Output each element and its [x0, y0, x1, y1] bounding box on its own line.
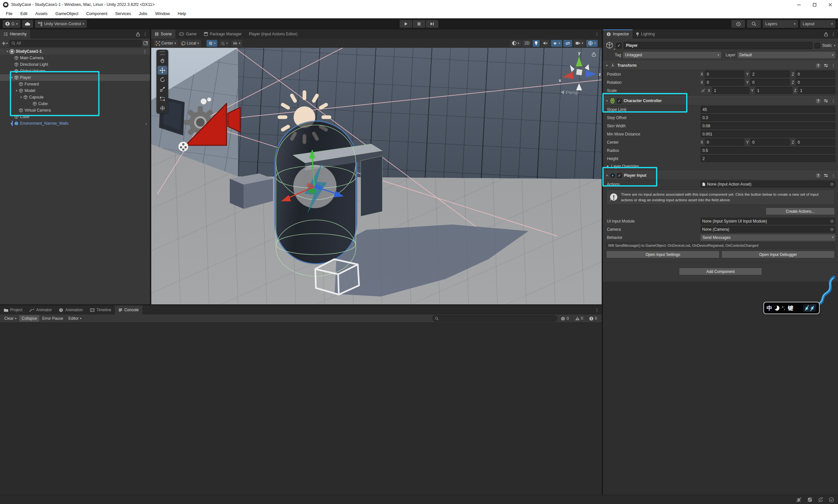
- console-info-count[interactable]: 0: [558, 315, 572, 322]
- layout-dropdown[interactable]: Layout ▾: [800, 20, 835, 28]
- transform-header[interactable]: ▼ Transform ? ⋮: [603, 61, 838, 70]
- camera-object-field[interactable]: None (Camera) ⊙: [700, 226, 835, 233]
- persp-arrow-icon[interactable]: [561, 90, 564, 94]
- add-gameobject-button[interactable]: ▾: [2, 41, 8, 45]
- version-control-dropdown[interactable]: Unity Version Control ▾: [35, 20, 87, 28]
- tree-item[interactable]: Virtual Camera: [0, 107, 150, 113]
- center-x-field[interactable]: 0: [705, 139, 744, 146]
- tab-timeline[interactable]: Timeline: [86, 305, 115, 314]
- tree-item[interactable]: Cube: [0, 101, 150, 107]
- object-picker-icon[interactable]: ⊙: [830, 182, 834, 186]
- step-button[interactable]: [426, 20, 438, 28]
- transform-tool[interactable]: [158, 104, 167, 112]
- gameobject-active-checkbox[interactable]: ✓: [616, 43, 622, 49]
- tree-item-prefab[interactable]: ▶ Environment_Narrow_Walls ›: [0, 120, 150, 127]
- player-input-header[interactable]: ▼ ✓ Player Input ? ⋮: [603, 171, 838, 180]
- tree-item-scene[interactable]: ▼ StudyCase1-1 ⋮: [0, 48, 150, 55]
- ime-punctuation-mode[interactable]: °,: [782, 305, 786, 310]
- menu-assets[interactable]: Assets: [32, 12, 52, 16]
- view-hand-tool[interactable]: [158, 56, 167, 65]
- tab-package-manager[interactable]: Package Manager: [200, 30, 245, 39]
- static-checkbox[interactable]: [815, 43, 820, 49]
- component-menu-icon[interactable]: ⋮: [831, 64, 835, 68]
- menu-services[interactable]: Services: [111, 12, 135, 16]
- tab-input-actions-editor[interactable]: Player (Input Actions Editor): [245, 30, 301, 39]
- maximize-button[interactable]: [806, 0, 822, 9]
- menu-edit[interactable]: Edit: [16, 12, 32, 16]
- tree-item[interactable]: Cube: [0, 113, 150, 120]
- axis-cone-back[interactable]: [570, 65, 574, 72]
- menu-help[interactable]: Help: [174, 12, 190, 16]
- panel-menu-icon[interactable]: ⋮: [595, 32, 599, 36]
- min-move-distance-field[interactable]: 0.001: [700, 130, 835, 138]
- view-lock-icon[interactable]: [592, 53, 595, 57]
- tab-inspector[interactable]: Inspector: [603, 30, 632, 39]
- tree-item[interactable]: ▼ Model: [0, 87, 150, 94]
- gameobject-name-field[interactable]: Player: [624, 42, 813, 49]
- object-picker-icon[interactable]: ⊙: [830, 227, 834, 232]
- menu-jobs[interactable]: Jobs: [135, 12, 151, 16]
- axis-cone-y[interactable]: [576, 56, 582, 67]
- shading-mode-dropdown[interactable]: ▾: [510, 40, 521, 47]
- axis-cone-back[interactable]: [585, 64, 589, 70]
- console-error-pause-toggle[interactable]: Error Pause: [40, 315, 66, 322]
- tree-item-player-selected[interactable]: ▼ Player: [0, 74, 150, 81]
- lock-icon[interactable]: [824, 32, 828, 36]
- preset-icon[interactable]: [824, 64, 828, 68]
- undo-history-button[interactable]: [731, 20, 745, 28]
- ime-skin-avatar[interactable]: [803, 304, 816, 312]
- scene-camera-dropdown[interactable]: ▾: [573, 40, 585, 47]
- console-log-area[interactable]: [0, 323, 602, 495]
- console-collapse-toggle[interactable]: Collapse: [19, 315, 39, 322]
- ime-status-bar[interactable]: 中 °, 键: [763, 302, 820, 314]
- hierarchy-search-input[interactable]: All: [10, 40, 142, 47]
- panel-menu-icon[interactable]: ⋮: [831, 32, 835, 36]
- tab-scene[interactable]: Scene: [151, 30, 176, 39]
- static-dropdown-caret-icon[interactable]: ▾: [834, 44, 835, 47]
- move-tool[interactable]: [158, 66, 167, 75]
- effects-dropdown[interactable]: ▾: [551, 40, 562, 47]
- position-x-field[interactable]: 0: [705, 71, 744, 77]
- tree-item[interactable]: Main Camera: [0, 55, 150, 61]
- open-input-settings-button[interactable]: Open Input Settings: [606, 251, 719, 258]
- layer-overrides-foldout[interactable]: ▶ Layer Overrides: [603, 163, 838, 169]
- foldout-icon[interactable]: ▼: [19, 96, 23, 99]
- foldout-icon[interactable]: ▼: [606, 64, 608, 67]
- account-dropdown[interactable]: G ▾: [3, 20, 20, 28]
- scale-tool[interactable]: [158, 85, 167, 94]
- layers-dropdown[interactable]: Layers ▾: [763, 20, 798, 28]
- behavior-dropdown[interactable]: Send Messages ▾: [700, 234, 835, 241]
- snap-settings-button[interactable]: ▾: [231, 40, 243, 47]
- foldout-icon[interactable]: ▼: [606, 174, 608, 177]
- panel-menu-icon[interactable]: ⋮: [143, 32, 147, 36]
- close-button[interactable]: [822, 0, 838, 9]
- import-activity-ok-icon[interactable]: [829, 497, 834, 502]
- scene-audio-toggle[interactable]: [541, 40, 550, 47]
- preset-icon[interactable]: [824, 174, 828, 177]
- lock-icon[interactable]: [136, 32, 140, 36]
- rotate-tool[interactable]: [158, 75, 167, 84]
- panel-menu-icon[interactable]: ⋮: [595, 308, 599, 312]
- debugger-disabled-icon[interactable]: [796, 497, 802, 502]
- center-y-field[interactable]: 0: [750, 139, 790, 146]
- scale-z-field[interactable]: 1: [798, 87, 835, 94]
- persp-label[interactable]: Persp: [566, 90, 578, 95]
- 2d-view-toggle[interactable]: 2D: [522, 40, 531, 47]
- add-component-button[interactable]: Add Component: [679, 268, 762, 275]
- foldout-icon[interactable]: ▶: [607, 165, 611, 167]
- step-offset-field[interactable]: 0.3: [700, 114, 835, 121]
- minimize-button[interactable]: [791, 0, 806, 9]
- prefab-open-arrow-icon[interactable]: ›: [145, 121, 150, 126]
- scene-viewport[interactable]: y x z Persp: [151, 48, 602, 304]
- slope-limit-field[interactable]: 45: [700, 106, 835, 113]
- component-menu-icon[interactable]: ⋮: [831, 174, 835, 178]
- tab-animator[interactable]: Animator: [26, 305, 55, 314]
- rect-tool[interactable]: [158, 94, 167, 103]
- position-z-field[interactable]: 0: [796, 71, 835, 77]
- console-error-count[interactable]: 0: [586, 315, 600, 322]
- tree-item[interactable]: Directional Light: [0, 61, 150, 68]
- ime-fullwidth-moon-icon[interactable]: [774, 306, 780, 310]
- scene-menu-icon[interactable]: ⋮: [143, 50, 150, 54]
- component-enabled-checkbox[interactable]: ✓: [617, 98, 622, 104]
- scene-picker-icon[interactable]: [143, 41, 148, 45]
